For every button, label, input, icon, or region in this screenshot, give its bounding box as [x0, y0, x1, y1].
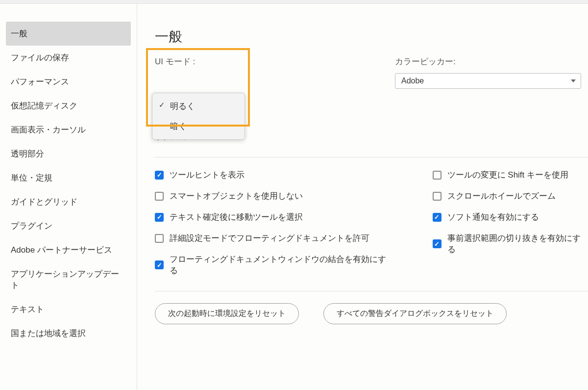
checkbox-label: テキスト確定後に移動ツールを選択 [170, 211, 303, 223]
sidebar-item-adobe-partner[interactable]: Adobe パートナーサービス [6, 238, 131, 262]
checkbox-smart-object[interactable]: スマートオブジェクトを使用しない [155, 190, 393, 202]
color-picker-label: カラーピッカー: [395, 56, 581, 67]
ui-mode-group: UI モード : 明るく 暗く オプション [155, 56, 341, 142]
checkbox-label: 詳細設定モードでフローティングドキュメントを許可 [170, 233, 369, 244]
ui-mode-dropdown-menu: 明るく 暗く [152, 93, 245, 140]
checkbox-label: スクロールホイールでズーム [447, 190, 556, 202]
sidebar-item-scratch-disks[interactable]: 仮想記憶ディスク [6, 94, 131, 118]
color-picker-dropdown[interactable]: Adobe [395, 73, 581, 89]
checkbox-icon[interactable] [155, 234, 164, 243]
checkbox-preselect-crop[interactable]: 事前選択範囲の切り抜きを有効にする [433, 233, 588, 255]
page-title: 一般 [155, 27, 588, 46]
sidebar-item-plugins[interactable]: プラグイン [6, 214, 131, 238]
checkbox-floating-combine[interactable]: フローティングドキュメントウィンドウの結合を有効にする [155, 254, 393, 276]
color-picker-group: カラーピッカー: Adobe [395, 56, 581, 142]
reset-warnings-button[interactable]: すべての警告ダイアログボックスをリセット [323, 303, 507, 324]
checkbox-icon[interactable] [155, 213, 164, 222]
checkbox-icon[interactable] [155, 192, 164, 201]
checkbox-icon[interactable] [433, 192, 441, 201]
sidebar-item-transparency[interactable]: 透明部分 [6, 142, 131, 166]
checkbox-icon[interactable] [433, 171, 441, 180]
checkbox-icon[interactable] [433, 239, 441, 248]
checkbox-label: スマートオブジェクトを使用しない [170, 190, 303, 202]
main-panel: 一般 UI モード : 明るく 暗く オプション カラーピッカー: Adobe [137, 4, 588, 390]
ui-mode-option-light[interactable]: 明るく [152, 96, 245, 116]
checkbox-icon[interactable] [155, 171, 164, 180]
sidebar-item-region[interactable]: 国または地域を選択 [6, 321, 131, 345]
divider-bottom [155, 291, 588, 291]
checkbox-move-tool[interactable]: テキスト確定後に移動ツールを選択 [155, 211, 393, 223]
reset-prefs-button[interactable]: 次の起動時に環境設定をリセット [155, 303, 299, 324]
sidebar-item-units-rulers[interactable]: 単位・定規 [6, 166, 131, 190]
checkbox-label: ツールの変更に Shift キーを使用 [447, 169, 568, 181]
sidebar-item-text[interactable]: テキスト [6, 297, 131, 321]
checkbox-icon[interactable] [155, 260, 164, 269]
checkbox-soft-notification[interactable]: ソフト通知を有効にする [433, 211, 588, 223]
checkbox-icon[interactable] [433, 213, 441, 222]
sidebar-item-guides-grid[interactable]: ガイドとグリッド [6, 190, 131, 214]
options-grid: ツールヒントを表示 スマートオブジェクトを使用しない テキスト確定後に移動ツール… [155, 169, 588, 276]
checkbox-label: ソフト通知を有効にする [447, 211, 539, 223]
settings-row-top: UI モード : 明るく 暗く オプション カラーピッカー: Adobe [155, 56, 588, 142]
checkbox-label: フローティングドキュメントウィンドウの結合を有効にする [170, 254, 393, 276]
title-bar [0, 0, 588, 4]
checkbox-shift-tool[interactable]: ツールの変更に Shift キーを使用 [433, 169, 588, 181]
ui-mode-label: UI モード : [155, 56, 341, 67]
preferences-container: 一般 ファイルの保存 パフォーマンス 仮想記憶ディスク 画面表示・カーソル 透明… [0, 4, 588, 390]
checkbox-scroll-zoom[interactable]: スクロールホイールでズーム [433, 190, 588, 202]
checkbox-label: ツールヒントを表示 [170, 169, 245, 181]
sidebar-item-general[interactable]: 一般 [6, 22, 131, 46]
divider-top [155, 157, 588, 157]
ui-mode-option-dark[interactable]: 暗く [152, 116, 245, 136]
checkbox-tooltip[interactable]: ツールヒントを表示 [155, 169, 393, 181]
sidebar-item-display-cursors[interactable]: 画面表示・カーソル [6, 118, 131, 142]
checkbox-label: 事前選択範囲の切り抜きを有効にする [447, 233, 588, 255]
button-row: 次の起動時に環境設定をリセット すべての警告ダイアログボックスをリセット [155, 303, 588, 324]
checkbox-floating-doc[interactable]: 詳細設定モードでフローティングドキュメントを許可 [155, 233, 393, 244]
sidebar-item-performance[interactable]: パフォーマンス [6, 70, 131, 94]
sidebar: 一般 ファイルの保存 パフォーマンス 仮想記憶ディスク 画面表示・カーソル 透明… [0, 4, 137, 390]
options-column-left: ツールヒントを表示 スマートオブジェクトを使用しない テキスト確定後に移動ツール… [155, 169, 393, 276]
sidebar-item-app-update[interactable]: アプリケーションアップデート [6, 262, 131, 297]
options-column-right: ツールの変更に Shift キーを使用 スクロールホイールでズーム ソフト通知を… [433, 169, 588, 276]
sidebar-item-file-saving[interactable]: ファイルの保存 [6, 46, 131, 70]
